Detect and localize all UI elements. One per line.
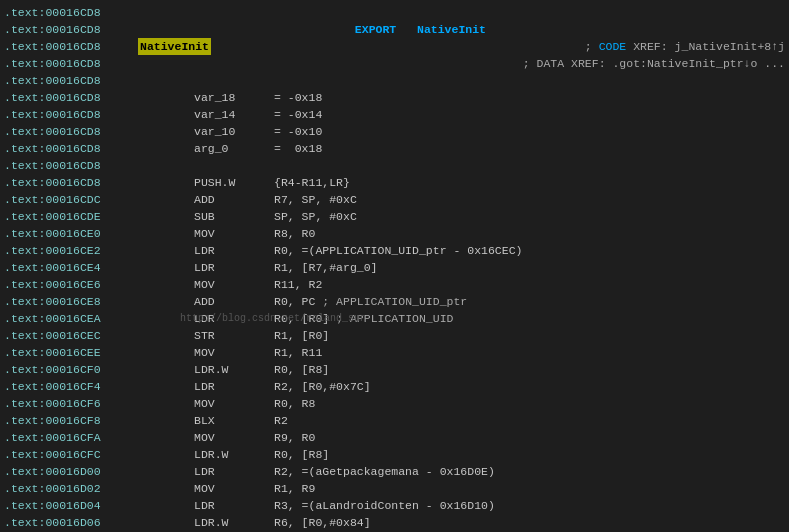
mnemonic: LDR [194,463,274,480]
code-line: .text:00016CD8 ; DATA XREF: .got:NativeI… [0,55,789,72]
address: .text:00016CEE [4,344,134,361]
address: .text:00016CD8 [4,21,134,38]
operand: R6, [R0,#0x84] [274,514,371,531]
mnemonic: MOV [194,480,274,497]
data-xref: ; DATA XREF: .got:NativeInit_ptr↓o ... [523,55,785,72]
watermark: http://blog.csdn.net/roland_sun [180,310,366,327]
code-line: .text:00016CD8 [0,4,789,21]
address: .text:00016CD8 [4,174,134,191]
operand: R0, [R8] [274,446,329,463]
code-line: .text:00016CDE SUB SP, SP, #0xC [0,208,789,225]
address: .text:00016CD8 [4,89,134,106]
address: .text:00016CF6 [4,395,134,412]
address: .text:00016CE2 [4,242,134,259]
code-line: .text:00016CDC ADD R7, SP, #0xC [0,191,789,208]
mnemonic: MOV [194,429,274,446]
operand: R1, [R7,#arg_0] [274,259,378,276]
code-line: .text:00016CF6 MOV R0, R8 [0,395,789,412]
address: .text:00016CFC [4,446,134,463]
address: .text:00016CD8 [4,38,134,55]
var-value: = -0x10 [274,123,322,140]
code-line: .text:00016CD8 EXPORT NativeInit [0,21,789,38]
address: .text:00016CD8 [4,4,134,21]
code-line: .text:00016CF4 LDR R2, [R0,#0x7C] [0,378,789,395]
address: .text:00016CD8 [4,123,134,140]
var-value: = 0x18 [274,140,322,157]
code-line: .text:00016CD8 arg_0 = 0x18 [0,140,789,157]
operand: R0, R8 [274,395,315,412]
address: .text:00016D06 [4,514,134,531]
code-line: .text:00016D02 MOV R1, R9 [0,480,789,497]
var-name: var_18 [194,89,274,106]
var-value: = -0x14 [274,106,322,123]
mnemonic: LDR [194,242,274,259]
address: .text:00016CFA [4,429,134,446]
code-line: .text:00016CE2 LDR R0, =(APPLICATION_UID… [0,242,789,259]
code-line: .text:00016CEE MOV R1, R11 [0,344,789,361]
mnemonic: ADD [194,293,274,310]
code-line: .text:00016D00 LDR R2, =(aGetpackagemana… [0,463,789,480]
mnemonic: LDR [194,497,274,514]
operand: R1, R9 [274,480,315,497]
code-line: .text:00016CD8 [0,157,789,174]
code-line: .text:00016CE0 MOV R8, R0 [0,225,789,242]
operand: R1, R11 [274,344,322,361]
mnemonic: MOV [194,344,274,361]
address: .text:00016CD8 [4,140,134,157]
operand: R9, R0 [274,429,315,446]
var-name: var_14 [194,106,274,123]
code-line: .text:00016CD8 NativeInit ; CODE XREF: j… [0,38,789,55]
code-line: .text:00016CEC STR R1, [R0] [0,327,789,344]
code-line: .text:00016CFA MOV R9, R0 [0,429,789,446]
code-line: .text:00016CD8 PUSH.W {R4-R11,LR} [0,174,789,191]
operand: R8, R0 [274,225,315,242]
mnemonic: LDR [194,259,274,276]
code-line: .text:00016CF0 LDR.W R0, [R8] [0,361,789,378]
address: .text:00016CD8 [4,106,134,123]
address: .text:00016CE8 [4,293,134,310]
operand: R2, [R0,#0x7C] [274,378,371,395]
address: .text:00016CDC [4,191,134,208]
address: .text:00016CD8 [4,157,134,174]
code-line: .text:00016CD8 var_18 = -0x18 [0,89,789,106]
code-xref: ; CODE XREF: j_NativeInit+8↑j [585,38,785,55]
mnemonic: ADD [194,191,274,208]
mnemonic: SUB [194,208,274,225]
address: .text:00016CF0 [4,361,134,378]
address: .text:00016D04 [4,497,134,514]
code-line: .text:00016CFC LDR.W R0, [R8] [0,446,789,463]
export-keyword: EXPORT [355,23,396,36]
code-line: .text:00016D06 LDR.W R6, [R0,#0x84] [0,514,789,531]
var-value: = -0x18 [274,89,322,106]
mnemonic: BLX [194,412,274,429]
address: .text:00016CEC [4,327,134,344]
code-line: .text:00016CD8 var_14 = -0x14 [0,106,789,123]
var-name: arg_0 [194,140,274,157]
operand: R0, [R8] [274,361,329,378]
code-line: .text:00016CEA LDR R0, [R0] ; APPLICATIO… [0,310,789,327]
address: .text:00016D02 [4,480,134,497]
code-line: .text:00016CE4 LDR R1, [R7,#arg_0] [0,259,789,276]
address: .text:00016CD8 [4,55,134,72]
operand: R3, =(aLandroidConten - 0x16D10) [274,497,495,514]
mnemonic: LDR.W [194,361,274,378]
operand: R7, SP, #0xC [274,191,357,208]
address: .text:00016CD8 [4,72,134,89]
address: .text:00016CF8 [4,412,134,429]
code-line: .text:00016CE6 MOV R11, R2 [0,276,789,293]
code-line: .text:00016CD8 var_10 = -0x10 [0,123,789,140]
operand: R11, R2 [274,276,322,293]
export-funcname: NativeInit [417,23,486,36]
address: .text:00016D00 [4,463,134,480]
operand: R2, =(aGetpackagemana - 0x16D0E) [274,463,495,480]
mnemonic: STR [194,327,274,344]
code-line: .text:00016CD8 [0,72,789,89]
address: .text:00016CE4 [4,259,134,276]
mnemonic: PUSH.W [194,174,274,191]
code-line: .text:00016D04 LDR R3, =(aLandroidConten… [0,497,789,514]
var-name: var_10 [194,123,274,140]
address: .text:00016CF4 [4,378,134,395]
mnemonic: MOV [194,225,274,242]
code-view: .text:00016CD8 .text:00016CD8 EXPORT Nat… [0,0,789,532]
mnemonic: LDR [194,378,274,395]
